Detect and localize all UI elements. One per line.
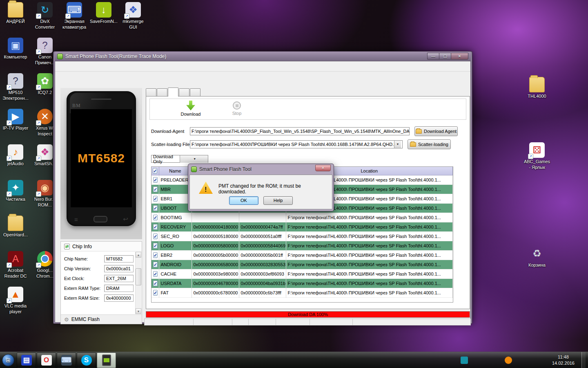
close-button[interactable]: ✕	[451, 53, 468, 60]
table-row[interactable]: ✓ BOOTIMG F:\проги телефона\THL4000\ ПРО…	[151, 213, 453, 222]
dialog-close-button[interactable]: ✕	[315, 165, 331, 171]
network-plug[interactable]	[483, 357, 490, 364]
checkbox-checked-icon: ✓	[153, 177, 158, 183]
floppy-disk[interactable]: ▤	[17, 352, 36, 368]
window-titlebar[interactable]: Smart Phone Flash Tool(Runtime Trace Mod…	[55, 52, 471, 61]
desktop-icon[interactable]: ♪ ↗ jetAudio	[1, 143, 30, 179]
opera-browser[interactable]: O	[37, 352, 56, 368]
globe-update[interactable]	[472, 357, 479, 364]
desktop-icon[interactable]: ❖ ↗ mkvmerge GUI	[118, 1, 148, 36]
download-button[interactable]: Download	[172, 101, 209, 117]
desktop-icon[interactable]: ? ↗ MP510 Электронн...	[1, 72, 30, 108]
desktop-icon[interactable]: ✦ ↗ Чистилка	[1, 179, 30, 214]
ok-button[interactable]: OK	[229, 196, 258, 205]
desktop-icon[interactable]: ↗ OpenHard...	[1, 214, 30, 250]
column-header-name[interactable]: Name	[159, 167, 192, 175]
end-address: 0x00000000c6b73fff	[239, 288, 286, 297]
maximize-button[interactable]: ▢	[439, 53, 451, 60]
row-checkbox-cell[interactable]: ✓	[151, 241, 159, 250]
shortcut-arrow-icon: ↗	[36, 263, 41, 268]
download-agent-row: Download-Agent F:\проги телефона\THL4000…	[151, 126, 458, 136]
tab[interactable]	[190, 88, 200, 96]
tab[interactable]	[168, 88, 178, 96]
desktop-icon-label: Xirrus Wi Inspect	[36, 126, 54, 137]
chip-info-scrollbar[interactable]: ▲ ▼	[135, 252, 141, 314]
stop-button[interactable]: Stop	[218, 101, 255, 116]
scatter-file-row: Scatter-loading File F:\проги телефона\T…	[151, 139, 451, 149]
row-checkbox-cell[interactable]: ✓	[151, 213, 159, 222]
checkbox-checked-icon: ✓	[153, 205, 158, 211]
emmc-flash-bar[interactable]: ⚙ EMMC Flash	[61, 314, 142, 324]
scatter-loading-button[interactable]: Scatter-loading	[408, 139, 451, 149]
row-checkbox-cell[interactable]: ✓	[151, 288, 159, 297]
desktop-icon[interactable]: ↓ ↗ SaveFromN...	[89, 1, 118, 36]
download-agent-button[interactable]: Download Agent	[414, 126, 458, 136]
menu-item[interactable]	[77, 65, 85, 67]
row-checkbox-cell[interactable]: ✓	[151, 175, 159, 184]
row-checkbox-cell[interactable]: ✓	[151, 269, 159, 278]
select-all-header[interactable]: ✓	[151, 167, 159, 175]
row-checkbox-cell[interactable]: ✓	[151, 222, 159, 231]
audio-device[interactable]	[516, 357, 523, 364]
desktop-icon[interactable]: ⚄ ↗ ABC_Games - Ярлык	[523, 141, 551, 171]
menu-item[interactable]	[68, 65, 76, 67]
row-checkbox-cell[interactable]: ✓	[151, 194, 159, 203]
desktop-icon[interactable]: ↗ АНДРЕЙ	[1, 1, 30, 36]
table-row[interactable]: ✓ ANDROID 0x0000000006580000 0x000000003…	[151, 260, 453, 269]
partition-location: F:\проги телефона\THL4000\ ПРОШИВКИ чере…	[286, 269, 453, 278]
table-row[interactable]: ✓ FAT 0x00000000c6780000 0x00000000c6b73…	[151, 288, 453, 297]
row-checkbox-cell[interactable]: ✓	[151, 278, 159, 288]
scatter-file-combobox[interactable]: F:\проги телефона\THL4000\ПРОШИВКИ через…	[190, 140, 403, 148]
desktop-icon[interactable]: ⌨ ↗ Экранная клавиатура	[60, 1, 89, 36]
shortcut-arrow-icon: ↗	[7, 156, 12, 161]
row-checkbox-cell[interactable]: ✓	[151, 260, 159, 269]
desktop-icon[interactable]: ▶ ↗ IP-TV Player	[1, 108, 30, 143]
table-row[interactable]: ✓ RECOVERY 0x0000000004180000 0x00000000…	[151, 222, 453, 231]
chevron-down-icon[interactable]: ▼	[180, 155, 208, 163]
desktop-icon[interactable]: ♻ ↗ Корзина	[523, 245, 551, 268]
menu-item[interactable]	[86, 65, 94, 67]
table-row[interactable]: ✓ LOGO 0x0000000005800000 0x000000000584…	[151, 241, 453, 250]
table-row[interactable]: ✓ USRDATA 0x0000000046780000 0x000000004…	[151, 278, 453, 288]
help-button[interactable]: Help	[263, 196, 293, 205]
desktop-icon[interactable]: A ↗ Acrobat Reader DC	[1, 250, 30, 285]
desktop-icon[interactable]: ▲ ↗ VLC media player	[1, 285, 30, 321]
minimize-button[interactable]: —	[427, 53, 439, 60]
menu-item[interactable]	[59, 65, 67, 67]
row-checkbox-cell[interactable]: ✓	[151, 231, 159, 241]
scroll-up-icon[interactable]: ▲	[136, 252, 141, 258]
on-screen-keyboard[interactable]: ⌨	[57, 352, 76, 368]
toolbar: Download Stop	[149, 99, 466, 120]
table-row[interactable]: ✓ SEC_RO 0x0000000005180000 0x0000000005…	[151, 231, 453, 241]
desktop-icon[interactable]: ↻ ↗ DivX Converter	[30, 1, 60, 36]
sp-flash-tool[interactable]	[97, 352, 116, 368]
volume[interactable]	[538, 357, 545, 364]
table-row[interactable]: ✓ CACHE 0x000000003e980000 0x000000003ef…	[151, 269, 453, 278]
show-desktop-button[interactable]	[581, 352, 586, 368]
scroll-down-icon[interactable]: ▼	[136, 308, 141, 314]
start-button[interactable]: ⊞	[0, 352, 16, 368]
cleaner-brush[interactable]	[461, 357, 468, 364]
partition-location: F:\проги телефона\THL4000\ ПРОШИВКИ чере…	[286, 250, 453, 260]
row-checkbox-cell[interactable]: ✓	[151, 250, 159, 260]
desktop-icon[interactable]: ↗ THL4000	[523, 76, 551, 99]
green-check[interactable]	[494, 357, 501, 364]
row-checkbox-cell[interactable]: ✓	[151, 184, 159, 194]
tab[interactable]	[146, 88, 156, 96]
tab[interactable]	[157, 88, 167, 96]
begin-address: 0x0000000005b00000	[192, 250, 239, 260]
device-disconnected[interactable]	[527, 357, 534, 364]
scrollbar-thumb[interactable]	[136, 268, 141, 285]
download-mode-select[interactable]: Download Only ▼	[151, 155, 208, 163]
dialog-titlebar[interactable]: Smart Phone Flash Tool ✕	[189, 164, 332, 175]
download-agent-input[interactable]: F:\проги телефона\THL4000\SP_Flash_Tool_…	[190, 127, 410, 135]
chevron-down-icon[interactable]: ▼	[394, 141, 401, 148]
desktop-icon[interactable]: ▣ ↗ Компьютер	[1, 36, 30, 72]
skype[interactable]: S	[77, 352, 96, 368]
tab[interactable]	[179, 88, 189, 96]
taskbar-clock[interactable]: 11:48 14.02.2016	[549, 354, 578, 366]
avira-launcher[interactable]	[505, 357, 512, 364]
table-row[interactable]: ✓ EBR2 0x0000000005b00000 0x0000000005b0…	[151, 250, 453, 260]
row-checkbox-cell[interactable]: ✓	[151, 203, 159, 213]
desktop-icon-label: Экранная клавиатура	[62, 19, 86, 30]
